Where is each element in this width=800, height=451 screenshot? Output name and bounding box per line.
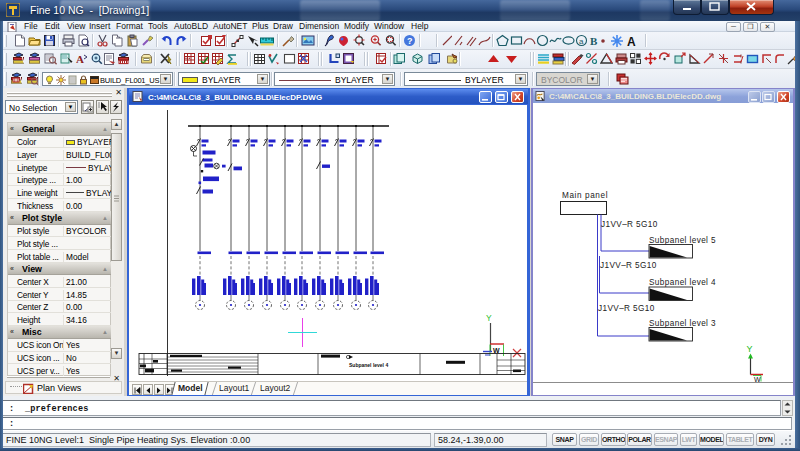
svg-text:A: A xyxy=(76,53,84,65)
svg-text:a: a xyxy=(579,37,584,46)
svg-text:Subpanel level 3: Subpanel level 3 xyxy=(649,319,716,328)
svg-text:?: ? xyxy=(407,36,413,46)
svg-text:J1VV–R 5G10: J1VV–R 5G10 xyxy=(601,220,658,229)
svg-text:W: W xyxy=(493,347,500,354)
svg-text:Main panel: Main panel xyxy=(562,191,608,200)
svg-text:Y: Y xyxy=(486,313,492,323)
svg-text:J1VV–R 5G10: J1VV–R 5G10 xyxy=(600,261,657,270)
svg-text:Y: Y xyxy=(747,344,753,354)
svg-text:J1VV–R 5G10: J1VV–R 5G10 xyxy=(598,304,655,313)
svg-text:Subpanel level 4: Subpanel level 4 xyxy=(349,362,388,368)
svg-text:Subpanel level 4: Subpanel level 4 xyxy=(649,278,716,287)
svg-text:Subpanel level 5: Subpanel level 5 xyxy=(649,236,716,245)
svg-text:B: B xyxy=(590,35,598,47)
svg-text:A: A xyxy=(627,35,636,48)
